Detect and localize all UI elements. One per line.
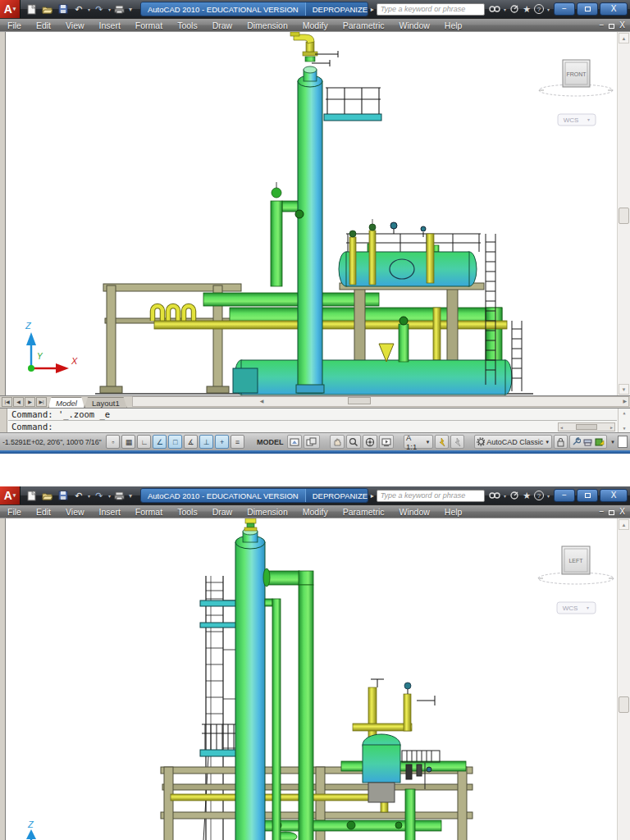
- qat-customize-caret-icon[interactable]: ▾: [129, 6, 132, 13]
- toggle-dyn[interactable]: +: [215, 435, 229, 449]
- menu-dimension[interactable]: Dimension: [240, 21, 295, 30]
- autocad-logo[interactable]: A▾: [0, 0, 21, 18]
- menu-view[interactable]: View: [58, 21, 92, 30]
- cmd-scroll-down-icon[interactable]: ▼: [623, 426, 625, 431]
- qat-customize-caret-icon[interactable]: ▾: [129, 492, 132, 500]
- wcs-dropdown[interactable]: WCS ▾: [557, 602, 596, 614]
- command-scrollbar[interactable]: ▲ ▼: [618, 409, 630, 432]
- title-bar[interactable]: A▾ ↶▾ ↷▾ ▾ AutoCAD 2010 - EDUCATIONAL VE…: [0, 486, 630, 504]
- redo-caret-icon[interactable]: ▾: [108, 7, 111, 12]
- title-bar[interactable]: A▾ ↶▾ ↷▾ ▾ AutoCAD 2010 - EDUCATIONAL VE…: [0, 0, 630, 18]
- tray-menu-caret-icon[interactable]: ▼: [610, 440, 615, 445]
- toggle-snap[interactable]: ▫: [106, 435, 120, 449]
- close-button[interactable]: X: [600, 489, 628, 502]
- menu-view[interactable]: View: [58, 507, 92, 517]
- plot-button[interactable]: [113, 489, 126, 502]
- favorites-star-icon[interactable]: ★: [523, 4, 531, 15]
- menu-help[interactable]: Help: [437, 507, 470, 517]
- pan-button[interactable]: [330, 435, 345, 449]
- autocad-logo[interactable]: A▾: [0, 486, 21, 504]
- scroll-up-icon[interactable]: ▲: [619, 33, 629, 43]
- menu-format[interactable]: Format: [128, 21, 170, 30]
- menu-edit[interactable]: Edit: [29, 507, 58, 517]
- search-caret-icon[interactable]: ▾: [504, 7, 506, 12]
- doc-minimize-button[interactable]: −: [599, 507, 604, 516]
- toggle-polar[interactable]: ∠: [153, 435, 167, 449]
- redo-caret-icon[interactable]: ▾: [108, 493, 111, 499]
- undo-caret-icon[interactable]: ▾: [88, 7, 90, 12]
- menu-modify[interactable]: Modify: [295, 507, 336, 517]
- menu-tools[interactable]: Tools: [170, 507, 205, 517]
- menu-dimension[interactable]: Dimension: [240, 507, 295, 517]
- restore-button[interactable]: [577, 2, 598, 16]
- tab-first-icon[interactable]: |◀: [2, 397, 12, 407]
- minimize-button[interactable]: −: [554, 489, 575, 502]
- menu-draw[interactable]: Draw: [205, 21, 240, 30]
- undo-caret-icon[interactable]: ▾: [88, 493, 90, 499]
- redo-button[interactable]: ↷: [93, 2, 106, 16]
- autoscale-button[interactable]: [450, 435, 464, 449]
- doc-restore-button[interactable]: [609, 510, 614, 515]
- open-file-button[interactable]: [41, 2, 54, 16]
- menu-modify[interactable]: Modify: [295, 21, 336, 30]
- open-file-button[interactable]: [41, 489, 54, 502]
- scrollbar-thumb[interactable]: [619, 696, 629, 713]
- menu-edit[interactable]: Edit: [29, 21, 58, 30]
- menu-help[interactable]: Help: [437, 21, 470, 30]
- wcs-dropdown[interactable]: WCS ▾: [558, 114, 596, 126]
- workspace-switcher[interactable]: AutoCAD Classic ▼: [474, 435, 553, 449]
- cmd-scroll-up-icon[interactable]: ▲: [623, 410, 625, 415]
- doc-close-button[interactable]: X: [619, 21, 625, 30]
- tab-next-icon[interactable]: ▶: [25, 397, 35, 407]
- hscroll-left-icon[interactable]: ◀: [260, 397, 264, 406]
- restore-button[interactable]: [577, 489, 598, 502]
- viewcube-front[interactable]: FRONT: [539, 60, 613, 96]
- menu-window[interactable]: Window: [391, 507, 436, 517]
- scroll-down-icon[interactable]: ▼: [619, 384, 629, 395]
- menu-tools[interactable]: Tools: [170, 21, 205, 30]
- toggle-osnap[interactable]: □: [168, 435, 182, 449]
- cmd-hscroll-thumb[interactable]: [576, 424, 597, 430]
- close-button[interactable]: X: [600, 2, 628, 16]
- toggle-ortho[interactable]: ∟: [137, 435, 151, 449]
- menu-file[interactable]: File: [0, 21, 29, 30]
- infocenter-arrow-icon[interactable]: ▸: [371, 6, 374, 13]
- search-caret-icon[interactable]: ▾: [504, 493, 506, 499]
- communication-center-icon[interactable]: [509, 488, 519, 503]
- menu-parametric[interactable]: Parametric: [336, 21, 392, 30]
- help-caret-icon[interactable]: ▾: [547, 493, 550, 499]
- help-icon[interactable]: ?: [534, 491, 544, 500]
- toggle-otrack[interactable]: ∡: [184, 435, 198, 449]
- doc-restore-button[interactable]: [609, 24, 614, 29]
- zoom-button[interactable]: [346, 435, 361, 449]
- toggle-grid[interactable]: ▦: [121, 435, 135, 449]
- search-icon[interactable]: [489, 2, 500, 16]
- menu-window[interactable]: Window: [391, 21, 436, 30]
- redo-button[interactable]: ↷: [93, 489, 106, 502]
- show-motion-button[interactable]: [379, 435, 394, 449]
- command-hscrollbar[interactable]: ◀ ▶: [558, 422, 615, 431]
- save-button[interactable]: [57, 489, 70, 502]
- minimize-button[interactable]: −: [554, 2, 575, 16]
- infocenter-search-input[interactable]: Type a keyword or phrase: [377, 3, 485, 16]
- help-icon[interactable]: ?: [534, 4, 544, 14]
- communication-center-icon[interactable]: [509, 2, 519, 16]
- scroll-up-icon[interactable]: ▲: [619, 519, 629, 530]
- tab-model[interactable]: Model: [48, 397, 84, 408]
- clean-screen-button[interactable]: [618, 436, 628, 448]
- viewcube-left[interactable]: LEFT: [538, 546, 614, 584]
- vertical-scrollbar[interactable]: ▲: [617, 518, 630, 840]
- toggle-lwt[interactable]: ≡: [231, 435, 244, 449]
- doc-minimize-button[interactable]: −: [599, 21, 604, 30]
- command-line-grip[interactable]: [0, 409, 7, 432]
- undo-button[interactable]: ↶: [72, 489, 85, 502]
- horizontal-scrollbar[interactable]: ◀ ▶: [132, 396, 629, 407]
- favorites-star-icon[interactable]: ★: [523, 491, 531, 501]
- undo-button[interactable]: ↶: [72, 2, 85, 16]
- annotation-scale-button[interactable]: A 1:1▼: [404, 435, 433, 449]
- plot-button[interactable]: [113, 2, 126, 16]
- cmd-hscroll-left-icon[interactable]: ◀: [560, 425, 563, 430]
- command-prompt-line[interactable]: Command:: [8, 421, 617, 433]
- menu-draw[interactable]: Draw: [205, 507, 240, 517]
- menu-insert[interactable]: Insert: [92, 21, 128, 30]
